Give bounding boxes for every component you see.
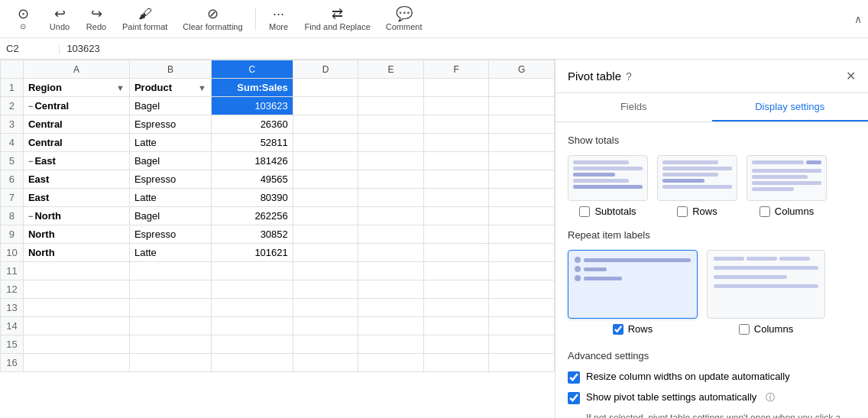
cell-e7[interactable] [358,189,424,207]
cell-e9[interactable] [358,225,424,244]
cell-g9[interactable] [489,225,555,244]
cell-g7[interactable] [489,189,555,207]
cell-a7[interactable]: East [23,189,129,207]
cell-g1[interactable] [489,79,555,97]
cell-b5[interactable]: Bagel [129,152,211,170]
cell-f9[interactable] [423,225,489,244]
col-header-e[interactable]: E [358,60,424,79]
cell-e6[interactable] [358,170,424,189]
more-button[interactable]: ··· More [262,4,296,34]
cell-f5[interactable] [423,152,489,170]
col-header-d[interactable]: D [293,60,358,79]
cell-a3[interactable]: Central [23,115,129,134]
close-panel-button[interactable]: ✕ [846,69,856,83]
cell-ref-display[interactable]: C2 [6,43,52,54]
region-filter-icon[interactable]: ▼ [116,83,125,92]
cell-f3[interactable] [423,115,489,134]
cell-b9[interactable]: Espresso [129,225,211,244]
cell-e3[interactable] [358,115,424,134]
account-menu[interactable]: ⊙ ⊙ [6,4,40,34]
cell-e2[interactable] [358,97,424,115]
product-filter-icon[interactable]: ▼ [198,83,206,92]
cell-c10[interactable]: 101621 [211,244,293,262]
cell-c9[interactable]: 30852 [211,225,293,244]
cell-c2[interactable]: 103623 [211,97,293,115]
totals-preview-3[interactable] [747,155,827,201]
rows-checkbox[interactable] [677,206,688,217]
cell-a9[interactable]: North [23,225,129,244]
cell-d8[interactable] [293,207,358,225]
cell-e10[interactable] [358,244,424,262]
cell-f10[interactable] [423,244,489,262]
cell-d6[interactable] [293,170,358,189]
clear-formatting-button[interactable]: ⊘ Clear formatting [177,4,248,34]
cell-b1[interactable]: Product ▼ [129,79,211,97]
paint-format-button[interactable]: 🖌 Paint format [116,4,173,34]
cell-g5[interactable] [489,152,555,170]
collapse-central-btn[interactable]: − [28,102,33,111]
cell-b4[interactable]: Latte [129,134,211,152]
redo-button[interactable]: ↪ Redo [79,4,113,34]
repeat-rows-preview[interactable] [568,250,698,319]
cell-e4[interactable] [358,134,424,152]
cell-c7[interactable]: 80390 [211,189,293,207]
cell-g10[interactable] [489,244,555,262]
cell-e8[interactable] [358,207,424,225]
cell-d10[interactable] [293,244,358,262]
cell-d1[interactable] [293,79,358,97]
tab-display-settings[interactable]: Display settings [712,93,869,122]
totals-preview-1[interactable] [568,155,648,201]
repeat-columns-preview[interactable] [707,250,825,319]
cell-g8[interactable] [489,207,555,225]
info-icon[interactable]: ⓘ [766,391,775,404]
tab-fields[interactable]: Fields [555,93,712,122]
cell-f7[interactable] [423,189,489,207]
cell-g4[interactable] [489,134,555,152]
cell-d7[interactable] [293,189,358,207]
repeat-columns-checkbox[interactable] [739,324,750,335]
col-header-f[interactable]: F [423,60,489,79]
cell-e5[interactable] [358,152,424,170]
cell-a8[interactable]: −North [23,207,129,225]
cell-f8[interactable] [423,207,489,225]
cell-a6[interactable]: East [23,170,129,189]
subtotals-checkbox[interactable] [579,206,590,217]
cell-c3[interactable]: 26360 [211,115,293,134]
collapse-north-btn[interactable]: − [28,212,33,221]
cell-f4[interactable] [423,134,489,152]
cell-a2[interactable]: −Central [23,97,129,115]
help-icon[interactable]: ? [626,70,632,83]
cell-f1[interactable] [423,79,489,97]
cell-c4[interactable]: 52811 [211,134,293,152]
cell-b7[interactable]: Latte [129,189,211,207]
cell-d3[interactable] [293,115,358,134]
cell-b2[interactable]: Bagel [129,97,211,115]
comment-button[interactable]: 💬 Comment [380,4,429,34]
totals-preview-2[interactable] [657,155,737,201]
cell-a1[interactable]: Region ▼ [23,79,129,97]
cell-d4[interactable] [293,134,358,152]
cell-g3[interactable] [489,115,555,134]
cell-d5[interactable] [293,152,358,170]
cell-g6[interactable] [489,170,555,189]
columns-checkbox[interactable] [760,206,770,217]
undo-button[interactable]: ↩ Undo [43,4,76,34]
cell-f6[interactable] [423,170,489,189]
cell-e1[interactable] [358,79,424,97]
cell-b3[interactable]: Espresso [129,115,211,134]
cell-b6[interactable]: Espresso [129,170,211,189]
col-header-b[interactable]: B [129,60,211,79]
cell-a10[interactable]: North [23,244,129,262]
show-settings-checkbox[interactable] [568,392,580,404]
find-replace-button[interactable]: ⇄ Find and Replace [299,4,377,34]
cell-d2[interactable] [293,97,358,115]
cell-c6[interactable]: 49565 [211,170,293,189]
cell-f2[interactable] [423,97,489,115]
cell-b8[interactable]: Bagel [129,207,211,225]
collapse-toolbar-button[interactable]: ∧ [854,13,862,25]
collapse-east-btn[interactable]: − [28,157,33,166]
col-header-g[interactable]: G [489,60,555,79]
cell-a4[interactable]: Central [23,134,129,152]
cell-c1[interactable]: Sum:Sales [211,79,293,97]
repeat-rows-checkbox[interactable] [613,324,623,335]
